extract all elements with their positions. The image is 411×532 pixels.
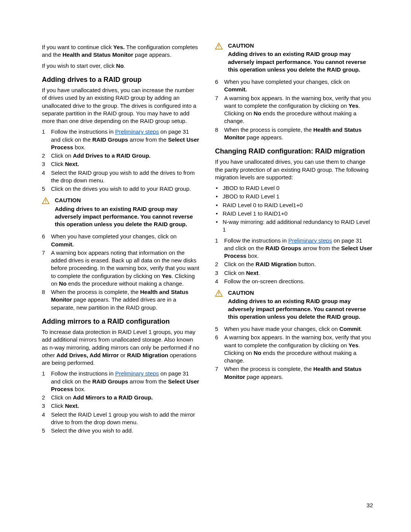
step: 6When you have completed your changes, c… bbox=[215, 78, 373, 94]
step-number: 4 bbox=[215, 278, 224, 285]
step-number: 5 bbox=[42, 427, 51, 435]
step: 3Click on Next. bbox=[215, 269, 373, 277]
step-number: 6 bbox=[215, 334, 224, 364]
step: 1Follow the instructions in Preliminary … bbox=[42, 370, 200, 393]
page: If you want to continue click Yes. The c… bbox=[0, 0, 411, 532]
text-bold: No bbox=[116, 62, 124, 69]
step-number: 4 bbox=[42, 169, 51, 185]
step-number: 2 bbox=[42, 394, 51, 401]
step-number: 3 bbox=[42, 402, 51, 410]
steps-list: 6When you have completed your changes, c… bbox=[42, 233, 200, 312]
heading-adding-mirrors: Adding mirrors to a RAID configuration bbox=[42, 317, 200, 326]
text: . bbox=[124, 62, 125, 69]
bullet-list: JBOD to RAID Level 0 JBOD to RAID Level … bbox=[215, 184, 373, 234]
step-text: When the process is complete, the Health… bbox=[224, 365, 373, 381]
step-text: Follow the instructions in Preliminary s… bbox=[51, 128, 200, 151]
svg-rect-1 bbox=[45, 202, 46, 203]
step: 2Click on the RAID Migration button. bbox=[215, 260, 373, 268]
caution-box: CAUTION Adding drives to an existing RAI… bbox=[215, 289, 373, 321]
step-text: Click on Add Drives to a RAID Group. bbox=[51, 152, 200, 160]
step-text: Select the drive you wish to add. bbox=[51, 427, 200, 435]
step-number: 2 bbox=[42, 152, 51, 160]
text: If you want to continue click bbox=[42, 44, 113, 50]
step: 2Click on Add Drives to a RAID Group. bbox=[42, 152, 200, 160]
list-item: RAID Level 1 to RAID1+0 bbox=[215, 210, 373, 217]
step-text: When you have made your changes, click o… bbox=[224, 325, 373, 333]
step: 2Click on Add Mirrors to a RAID Group. bbox=[42, 394, 200, 401]
caution-title: CAUTION bbox=[55, 197, 200, 204]
svg-rect-3 bbox=[218, 48, 219, 48]
step-text: Click Next. bbox=[51, 402, 200, 410]
step-number: 7 bbox=[42, 249, 51, 288]
step-number: 8 bbox=[42, 288, 51, 312]
steps-list: 1Follow the instructions in Preliminary … bbox=[215, 237, 373, 286]
heading-raid-migration: Changing RAID configuration: RAID migrat… bbox=[215, 147, 373, 156]
step-text: Follow the instructions in Preliminary s… bbox=[224, 237, 373, 260]
section-intro: To increase data protection in RAID Leve… bbox=[42, 328, 200, 367]
intro-para-2: If you wish to start over, click No. bbox=[42, 62, 200, 70]
svg-rect-4 bbox=[218, 292, 219, 294]
step-number: 1 bbox=[42, 370, 51, 393]
step-number: 6 bbox=[215, 78, 224, 94]
caution-box: CAUTION Adding drives to an existing RAI… bbox=[42, 197, 200, 228]
page-number: 32 bbox=[366, 502, 373, 509]
step-text: When the process is complete, the Health… bbox=[51, 288, 200, 312]
caution-icon bbox=[215, 42, 228, 73]
steps-list: 1Follow the instructions in Preliminary … bbox=[42, 128, 200, 193]
step-number: 5 bbox=[42, 185, 51, 193]
heading-adding-drives: Adding drives to a RAID group bbox=[42, 75, 200, 84]
step: 1Follow the instructions in Preliminary … bbox=[42, 128, 200, 151]
step-text: Follow the on-screen directions. bbox=[224, 278, 373, 285]
step: 8When the process is complete, the Healt… bbox=[42, 288, 200, 312]
step: 3Click Next. bbox=[42, 160, 200, 168]
two-column-layout: If you want to continue click Yes. The c… bbox=[42, 42, 373, 446]
step-number: 2 bbox=[215, 260, 224, 268]
caution-message: Adding drives to an existing RAID group … bbox=[228, 50, 373, 73]
step: 7A warning box appears noting that infor… bbox=[42, 249, 200, 288]
svg-rect-5 bbox=[218, 295, 219, 296]
step-number: 7 bbox=[215, 94, 224, 125]
text: If you wish to start over, click bbox=[42, 62, 116, 69]
step: 5Select the drive you wish to add. bbox=[42, 427, 200, 435]
step-text: A warning box appears. In the warning bo… bbox=[224, 334, 373, 364]
step-text: Click on the RAID Migration button. bbox=[224, 260, 373, 268]
step-text: Select the RAID Level 1 group you wish t… bbox=[51, 411, 200, 427]
caution-box: CAUTION Adding drives to an existing RAI… bbox=[215, 42, 373, 73]
step-number: 3 bbox=[215, 269, 224, 277]
list-item: N-way mirroring: add additional redundan… bbox=[215, 218, 373, 234]
step: 7When the process is complete, the Healt… bbox=[215, 365, 373, 381]
steps-list: 6When you have completed your changes, c… bbox=[215, 78, 373, 141]
step: 6When you have completed your changes, c… bbox=[42, 233, 200, 248]
step-text: Select the RAID group you wish to add th… bbox=[51, 169, 200, 185]
step-text: Click on Next. bbox=[224, 269, 373, 277]
caution-title: CAUTION bbox=[228, 42, 373, 50]
caution-icon bbox=[215, 289, 228, 321]
caution-title: CAUTION bbox=[228, 289, 373, 297]
step: 3Click Next. bbox=[42, 402, 200, 410]
step-number: 7 bbox=[215, 365, 224, 381]
text: page appears. bbox=[133, 51, 171, 58]
step-number: 1 bbox=[215, 237, 224, 260]
link-preliminary-steps[interactable]: Preliminary steps bbox=[115, 370, 159, 377]
step: 4Select the RAID Level 1 group you wish … bbox=[42, 411, 200, 427]
step-text: When the process is complete, the Health… bbox=[224, 126, 373, 142]
step-text: When you have completed your changes, cl… bbox=[51, 233, 200, 248]
step-text: Click on the drives you wish to add to y… bbox=[51, 185, 200, 193]
step: 8When the process is complete, the Healt… bbox=[215, 126, 373, 142]
caution-message: Adding drives to an existing RAID group … bbox=[55, 205, 200, 228]
step-text: A warning box appears. In the warning bo… bbox=[224, 94, 373, 125]
caution-icon bbox=[42, 197, 55, 228]
steps-list: 5When you have made your changes, click … bbox=[215, 325, 373, 381]
link-preliminary-steps[interactable]: Preliminary steps bbox=[288, 237, 332, 244]
link-preliminary-steps[interactable]: Preliminary steps bbox=[115, 128, 159, 135]
section-intro: If you have unallocated drives, you can … bbox=[215, 158, 373, 181]
caution-message: Adding drives to an existing RAID group … bbox=[228, 297, 373, 321]
text-bold: Health and Status Monitor bbox=[62, 51, 133, 58]
step-text: Follow the instructions in Preliminary s… bbox=[51, 370, 200, 393]
steps-list: 1Follow the instructions in Preliminary … bbox=[42, 370, 200, 435]
text-bold: Yes. bbox=[113, 44, 125, 50]
svg-rect-0 bbox=[45, 200, 46, 202]
step-number: 8 bbox=[215, 126, 224, 142]
step-number: 4 bbox=[42, 411, 51, 427]
step: 5When you have made your changes, click … bbox=[215, 325, 373, 333]
